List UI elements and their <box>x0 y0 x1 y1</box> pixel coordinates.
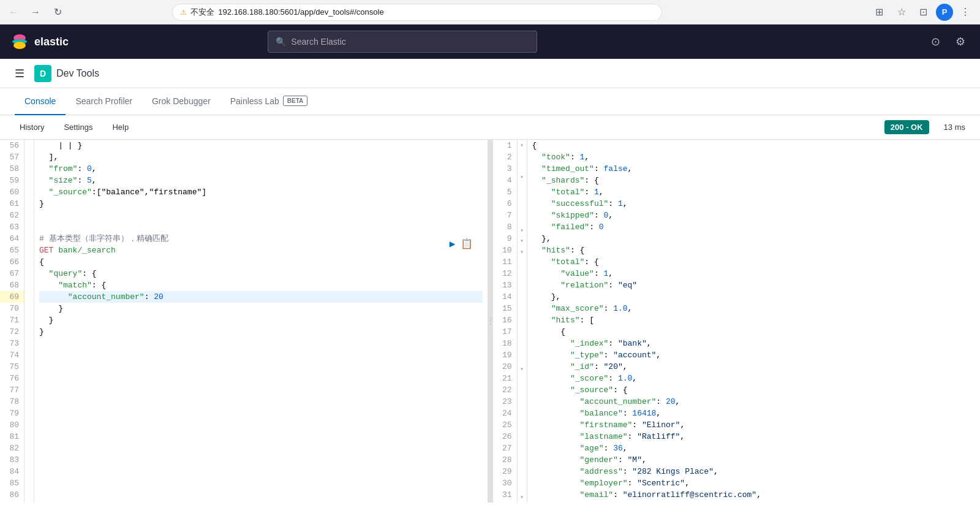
resp-gutter-cell <box>518 183 527 193</box>
resp-gutter-cell <box>518 193 527 203</box>
tab-search-profiler[interactable]: Search Profiler <box>66 88 142 115</box>
gutter-cell <box>24 353 34 363</box>
bookmark-button[interactable]: ☆ <box>892 2 911 22</box>
line-number: 86 <box>0 489 24 501</box>
settings-button[interactable]: Settings <box>59 120 97 134</box>
code-line: "from": 0, <box>39 163 483 175</box>
code-content[interactable]: | | } ], "from": 0, "size": 5, "_source"… <box>34 140 488 503</box>
resp-line-number: 7 <box>493 210 517 221</box>
resp-code-line: "hits": { <box>532 245 976 256</box>
resp-line-number: 30 <box>493 477 517 489</box>
user-icon[interactable]: ⚙ <box>951 32 970 51</box>
app-icon: D <box>34 65 51 82</box>
line-number: 75 <box>0 361 24 373</box>
code-line <box>39 419 483 431</box>
translate-button[interactable]: ⊞ <box>870 2 889 22</box>
menu-button[interactable]: ⋮ <box>956 2 975 22</box>
gutter-cell <box>24 236 34 246</box>
forward-button[interactable]: → <box>27 4 44 21</box>
profile-button[interactable]: P <box>936 4 953 21</box>
gutter-cell <box>24 225 34 235</box>
resp-code-line: "max_score": 1.0, <box>532 303 976 314</box>
address-bar[interactable]: ⚠ 不安全 192.168.188.180:5601/app/dev_tools… <box>172 4 662 21</box>
elastic-header-actions: ⊙ ⚙ <box>926 32 970 51</box>
elastic-search-bar[interactable]: 🔍 Search Elastic <box>268 31 537 53</box>
gutter-cell <box>24 193 34 203</box>
resp-gutter-cell <box>518 150 527 161</box>
resp-line-number: 21 <box>493 373 517 384</box>
line-number: 82 <box>0 442 24 454</box>
code-line: "query": { <box>39 268 483 279</box>
code-line: "match": { <box>39 279 483 291</box>
resp-line-number: 12 <box>493 268 517 279</box>
history-button[interactable]: History <box>15 120 49 134</box>
resp-gutter-cell <box>518 289 527 300</box>
code-line: "account_number": 20 <box>39 291 483 303</box>
resp-code-line: "relation": "eq" <box>532 279 976 291</box>
gutter-cell <box>24 289 34 300</box>
response-lines: 1234567891011121314151617181920212223242… <box>493 140 981 503</box>
fold-marker[interactable]: ▾ <box>520 237 524 245</box>
editor-content[interactable]: 5657585960616263646566676869707172737475… <box>0 140 488 503</box>
resp-line-number: 18 <box>493 338 517 349</box>
code-line <box>39 454 483 466</box>
reload-button[interactable]: ↻ <box>49 4 66 21</box>
hamburger-button[interactable]: ☰ <box>10 64 29 83</box>
resp-gutter-cell: ▾ <box>518 236 527 246</box>
fold-marker[interactable]: ▾ <box>520 248 524 256</box>
editor-gutter <box>24 140 34 503</box>
help-circle-icon[interactable]: ⊙ <box>926 32 946 51</box>
gutter-cell <box>24 332 34 342</box>
fold-marker[interactable]: ▾ <box>520 227 524 234</box>
resp-gutter-cell <box>518 278 527 289</box>
gutter-cell <box>24 172 34 182</box>
tab-painless-lab[interactable]: Painless LabBETA <box>221 88 318 115</box>
line-number: 71 <box>0 314 24 326</box>
line-number: 62 <box>0 210 24 221</box>
code-line: "_source":["balance","firstname"] <box>39 186 483 198</box>
copy-as-curl-button[interactable]: 📋 <box>461 239 473 251</box>
back-button[interactable]: ← <box>5 4 22 21</box>
line-number: 70 <box>0 303 24 314</box>
editor-panel: 5657585960616263646566676869707172737475… <box>0 140 488 503</box>
resp-code-line: { <box>532 140 976 151</box>
resp-code-line: "successful": 1, <box>532 198 976 210</box>
security-icon: ⚠ <box>180 8 187 17</box>
fold-marker[interactable]: ▾ <box>520 493 524 501</box>
resp-line-number: 9 <box>493 233 517 245</box>
resp-line-number: 16 <box>493 314 517 326</box>
code-line: } <box>39 314 483 326</box>
resp-line-number: 3 <box>493 163 517 175</box>
code-line <box>39 489 483 501</box>
gutter-cell <box>24 385 34 395</box>
resp-gutter-cell <box>518 481 527 492</box>
resp-code-line: "value": 1, <box>532 268 976 279</box>
tab-grok-debugger[interactable]: Grok Debugger <box>142 88 221 115</box>
cast-button[interactable]: ⊡ <box>914 2 933 22</box>
time-badge: 13 ms <box>944 123 965 132</box>
resp-line-number: 2 <box>493 151 517 163</box>
elastic-logo[interactable]: elastic <box>10 32 69 51</box>
resp-gutter-cell: ▾ <box>518 246 527 257</box>
resp-gutter-cell <box>518 428 527 438</box>
line-number: 73 <box>0 338 24 349</box>
resp-code-line: "_shards": { <box>532 175 976 186</box>
run-button[interactable]: ▶ <box>450 239 456 251</box>
resp-gutter-cell <box>518 438 527 449</box>
fold-marker[interactable]: ▾ <box>520 365 524 373</box>
resp-gutter-cell <box>518 321 527 332</box>
resp-gutter-cell <box>518 300 527 310</box>
code-line <box>39 338 483 349</box>
line-number: 81 <box>0 431 24 442</box>
panel-resizer[interactable] <box>488 140 493 503</box>
gutter-cell <box>24 161 34 172</box>
app-bar: ☰ D Dev Tools <box>0 59 980 88</box>
search-icon: 🔍 <box>276 37 286 47</box>
resp-line-number: 4 <box>493 175 517 186</box>
tab-console[interactable]: Console <box>15 88 66 115</box>
fold-marker[interactable]: ▾ <box>520 142 524 149</box>
help-button[interactable]: Help <box>107 120 134 134</box>
line-number: 58 <box>0 163 24 175</box>
resp-code-line: "_index": "bank", <box>532 338 976 349</box>
fold-marker[interactable]: ▾ <box>520 173 524 181</box>
